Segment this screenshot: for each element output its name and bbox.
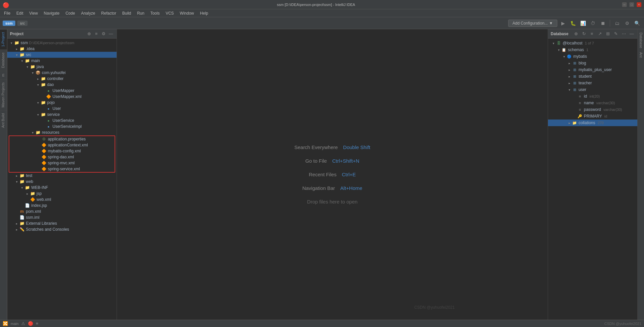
maximize-button[interactable]: □ (629, 2, 634, 7)
stop-button[interactable]: ⏹ (598, 19, 607, 28)
db-col-name[interactable]: ≡ name varchar(30) (548, 100, 637, 106)
menu-navigate[interactable]: Navigate (41, 10, 62, 16)
tree-pom-xml[interactable]: m pom.xml (7, 208, 117, 214)
tree-resources[interactable]: ▾ 📁 resources (7, 129, 117, 135)
add-configuration-button[interactable]: Add Configuration... ▼ (508, 20, 557, 27)
tree-jsp-folder[interactable]: ▸ 📁 jsp (7, 191, 117, 197)
menu-refactor[interactable]: Refactor (99, 10, 119, 16)
tree-mybatis-config-xml[interactable]: 🔶 mybatis-config.xml (9, 148, 115, 154)
profile-button[interactable]: ⏱ (589, 19, 597, 28)
errors-icon[interactable]: 🔴 (28, 321, 33, 326)
run-button[interactable]: ▶ (559, 19, 567, 28)
menu-window[interactable]: Window (177, 10, 197, 16)
db-user[interactable]: ▾ ⊞ user (548, 86, 637, 93)
db-student[interactable]: ▸ ⊞ student (548, 73, 637, 80)
tab-project[interactable]: 1-Project (0, 29, 7, 49)
db-schemas[interactable]: ▾ 📋 schemas 1 (548, 46, 637, 53)
spacer (41, 88, 46, 93)
tree-web[interactable]: ▾ 📁 web (7, 179, 117, 185)
tree-pojo[interactable]: ▾ 📁 pojo (7, 100, 117, 106)
folder-icon: 📁 (19, 52, 25, 57)
tree-spring-dao-xml[interactable]: 🔶 spring-dao.xml (9, 154, 115, 160)
tree-java[interactable]: ▾ 📁 java (7, 64, 117, 70)
tree-src[interactable]: ▾ 📁 src (7, 52, 117, 58)
menu-view[interactable]: View (27, 10, 41, 16)
tree-usermapper[interactable]: ● UserMapper (7, 88, 117, 94)
warnings-icon[interactable]: ⚠ (21, 321, 25, 326)
locate-icon[interactable]: ⊕ (86, 31, 92, 37)
structure-icon[interactable]: ≡ (36, 321, 39, 326)
table-view-icon[interactable]: ⊞ (605, 31, 611, 37)
run-with-coverage-button[interactable]: 📊 (579, 19, 587, 28)
db-mybatis[interactable]: ▾ 🔵 mybatis (548, 53, 637, 60)
properties-icon[interactable]: ≡ (589, 31, 595, 37)
tree-service[interactable]: ▾ 📁 service (7, 112, 117, 118)
close-button[interactable]: ✕ (637, 2, 641, 7)
menu-file[interactable]: File (1, 10, 13, 16)
edit-icon[interactable]: ✎ (613, 31, 619, 37)
tree-external-libraries[interactable]: ▸ 📁 External Libraries (7, 220, 117, 226)
jump-icon[interactable]: ↗ (597, 31, 603, 37)
tab-maven-projects[interactable]: Maven Projects (0, 79, 7, 110)
search-everywhere-button[interactable]: 🔍 (633, 19, 641, 28)
tree-index-jsp[interactable]: 📄 index.jsp (7, 203, 117, 208)
git-icon[interactable]: 🔀 (3, 321, 8, 326)
refresh-icon[interactable]: ↻ (581, 31, 587, 37)
tab-database-right[interactable]: Database (638, 31, 644, 50)
goto-file-hotkey: Ctrl+Shift+N (332, 158, 359, 164)
minimize-panel-icon[interactable]: — (629, 31, 635, 37)
menu-run[interactable]: Run (135, 10, 147, 16)
tree-scratches[interactable]: ▸ ✏️ Scratches and Consoles (7, 226, 117, 232)
menu-help[interactable]: Help (197, 10, 211, 16)
settings-button[interactable]: ⚙ (623, 19, 631, 28)
xml-icon: 🔶 (41, 166, 46, 172)
main-layout: 1-Project Database m Maven Projects Ant … (0, 29, 644, 320)
tree-ssm-iml[interactable]: 📄 ssm.iml (7, 214, 117, 220)
toolbar-left: ssm src (3, 21, 28, 26)
tree-package[interactable]: ▾ 📦 com.yuhuofei (7, 70, 117, 76)
tree-usermapper-xml[interactable]: 🔶 UserMapper.xml (7, 94, 117, 100)
tab-ant[interactable]: Ant (638, 50, 644, 60)
db-blog[interactable]: ▸ ⊞ blog (548, 60, 637, 66)
tree-dao[interactable]: ▾ 📁 dao (7, 82, 117, 88)
tree-applicationcontext-xml[interactable]: 🔶 applicationContext.xml (9, 142, 115, 148)
menu-build[interactable]: Build (120, 10, 134, 16)
debug-button[interactable]: 🐛 (569, 19, 577, 28)
tab-database-side[interactable]: Database (0, 49, 7, 71)
tree-user-class[interactable]: ● User (7, 106, 117, 112)
db-teacher[interactable]: ▸ ⊞ teacher (548, 80, 637, 86)
tab-m[interactable]: m (0, 71, 7, 79)
tree-root-ssm[interactable]: ▾ 📁 ssm D:\IDEA\person-project\ssm (7, 40, 117, 46)
tree-main[interactable]: ▾ 📁 main (7, 58, 117, 64)
project-structure-button[interactable]: 🗂 (613, 19, 621, 28)
tree-userservice[interactable]: ● UserService (7, 118, 117, 123)
tree-web-xml[interactable]: 🔶 web.xml (7, 197, 117, 203)
menu-code[interactable]: Code (63, 10, 78, 16)
minimize-button[interactable]: ─ (622, 2, 627, 7)
more-icon[interactable]: ⋯ (621, 31, 627, 37)
db-mybatisplususer[interactable]: ▸ ⊞ mybatis_plus_user (548, 66, 637, 73)
menu-tools[interactable]: Tools (148, 10, 162, 16)
tree-test[interactable]: ▸ 📁 test (7, 173, 117, 179)
tree-userserviceimpl[interactable]: ● UserServiceImpl (7, 123, 117, 129)
tree-controller[interactable]: ▸ 📁 controller (7, 76, 117, 82)
menu-edit[interactable]: Edit (14, 10, 26, 16)
hide-icon[interactable]: — (108, 31, 114, 37)
tree-spring-service-xml[interactable]: 🔶 spring-service.xml (9, 166, 115, 172)
gear-icon[interactable]: ⚙ (101, 31, 107, 37)
tab-ant-build[interactable]: Ant Build (0, 110, 7, 130)
tree-idea[interactable]: ▸ 📁 .idea (7, 46, 117, 52)
tree-application-props[interactable]: ⚙ application.properties (9, 136, 115, 142)
tree-webinf[interactable]: ▾ 📁 WEB-INF (7, 185, 117, 191)
db-collations[interactable]: ▸ 📁 collations 270 (548, 120, 637, 126)
tree-spring-mvc-xml[interactable]: 🔶 spring-mvc.xml (9, 160, 115, 166)
db-localhost[interactable]: ▾ 🗄 @localhost 1 of 7 (548, 40, 637, 46)
db-col-primary[interactable]: 🔑 PRIMARY id (548, 113, 637, 120)
collapse-icon[interactable]: ≡ (93, 31, 99, 37)
tree-label-java: java (37, 64, 44, 69)
db-col-password[interactable]: ≡ password varchar(30) (548, 106, 637, 113)
menu-vcs[interactable]: VCS (163, 10, 177, 16)
db-col-id[interactable]: ≡ id int(20) (548, 93, 637, 100)
menu-analyze[interactable]: Analyze (78, 10, 98, 16)
new-icon[interactable]: ⊕ (573, 31, 579, 37)
